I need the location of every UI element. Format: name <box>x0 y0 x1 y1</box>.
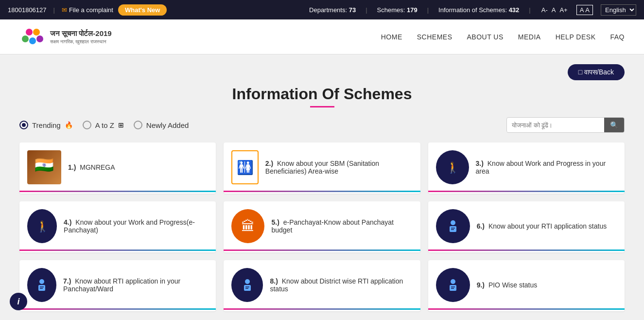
svg-point-4 <box>36 36 43 42</box>
scheme-card[interactable]: 🏛 5.) e-Panchayat-Know about Panchayat b… <box>224 201 420 252</box>
scheme-text: 1.) MGNREGA <box>68 163 115 171</box>
title-underline <box>310 106 334 107</box>
nav-item-faq[interactable]: FAQ <box>610 33 625 41</box>
scheme-card[interactable]: 🚶 4.) Know about your Work and Progress(… <box>19 201 216 252</box>
scheme-number: 3.) <box>476 160 484 167</box>
scheme-text: 7.) Know about RTI application in your P… <box>63 277 208 293</box>
scheme-card[interactable]: 🚻 2.) Know about your SBM (Sanitation Be… <box>224 142 420 194</box>
svg-point-20 <box>245 279 250 284</box>
svg-text:🚶: 🚶 <box>446 161 459 174</box>
nav-item-about-us[interactable]: ABOUT US <box>467 33 503 41</box>
scheme-title: Know about District wise RTI application… <box>270 277 403 293</box>
logo-area: जन सूचना पोर्टल-2019 सक्षम नागरिक, खुशहा… <box>19 23 112 50</box>
scheme-icon: 🚻 <box>231 150 258 184</box>
scheme-text: 9.) PIO Wise status <box>477 281 538 289</box>
scheme-number: 2.) <box>265 160 273 167</box>
font-medium[interactable]: A <box>551 6 557 14</box>
nav-links: HOMESCHEMESABOUT USMEDIAHELP DESKFAQ <box>381 33 625 41</box>
departments-stat: Departments: 73 <box>309 6 356 14</box>
stats-area: Departments: 73 | Schemes: 179 | Informa… <box>309 4 636 16</box>
font-aa-box: A A <box>576 5 593 15</box>
font-small[interactable]: A- <box>540 6 549 14</box>
atoz-icon: ⊞ <box>118 121 124 129</box>
nav-item-media[interactable]: MEDIA <box>518 33 541 41</box>
cards-grid: 🇮🇳 1.) MGNREGA 🚻 2.) Know about your SBM… <box>19 142 625 311</box>
svg-rect-11 <box>450 226 456 232</box>
scheme-text: 4.) Know about your Work and Progress(e-… <box>64 218 208 234</box>
font-size-controls: A- A A+ <box>540 6 569 14</box>
logo-icon <box>19 23 46 50</box>
scheme-text: 6.) Know about your RTI application stat… <box>477 222 607 230</box>
radio-trending[interactable] <box>19 121 28 129</box>
svg-point-10 <box>451 220 455 225</box>
scheme-number: 5.) <box>271 218 279 226</box>
scheme-title: Know about your Work and Progress(e-Panc… <box>64 218 195 234</box>
logo-text: जन सूचना पोर्टल-2019 सक्षम नागरिक, खुशहा… <box>50 29 112 45</box>
complaint-link[interactable]: ✉ File a complaint <box>62 6 113 14</box>
scheme-title: PIO Wise status <box>488 281 537 289</box>
back-button[interactable]: □ वापस/Back <box>568 64 625 80</box>
scheme-icon <box>231 268 263 302</box>
scheme-text: 3.) Know about Work and Progress in your… <box>476 160 617 175</box>
filter-trending[interactable]: Trending 🔥 <box>19 121 73 129</box>
scheme-title: Know about your RTI application status <box>488 222 607 230</box>
svg-point-25 <box>451 279 455 284</box>
scheme-number: 1.) <box>68 163 76 171</box>
nav-item-home[interactable]: HOME <box>381 33 402 41</box>
scheme-title: Know about your SBM (Sanitation Benefici… <box>265 160 379 175</box>
radio-new[interactable] <box>134 121 142 129</box>
svg-point-2 <box>22 36 29 42</box>
scheme-icon <box>27 268 56 302</box>
back-btn-row: □ वापस/Back <box>19 64 625 80</box>
font-large[interactable]: A+ <box>558 6 568 14</box>
scheme-number: 7.) <box>63 277 71 285</box>
scheme-icon: 🚶 <box>436 150 469 184</box>
mail-icon: ✉ <box>62 6 67 14</box>
scheme-title: Know about Work and Progress in your are… <box>476 160 606 175</box>
scheme-card[interactable]: 🇮🇳 1.) MGNREGA <box>19 142 216 194</box>
nav-item-help-desk[interactable]: HELP DESK <box>556 33 596 41</box>
search-button[interactable]: 🔍 <box>604 118 624 132</box>
scheme-icon <box>436 209 470 243</box>
scheme-icon <box>436 268 470 302</box>
search-box: 🔍 <box>506 117 625 133</box>
scheme-text: 5.) e-Panchayat-Know about Panchayat bud… <box>271 218 412 234</box>
main-content: □ वापस/Back Information Of Schemes Trend… <box>0 54 644 320</box>
nav-item-schemes[interactable]: SCHEMES <box>417 33 453 41</box>
scheme-text: 2.) Know about your SBM (Sanitation Bene… <box>265 160 413 175</box>
scheme-card[interactable]: 6.) Know about your RTI application stat… <box>428 201 625 252</box>
filter-row: Trending 🔥 A to Z ⊞ Newly Added 🔍 <box>19 117 625 133</box>
scheme-number: 4.) <box>64 218 71 226</box>
svg-text:🚶: 🚶 <box>35 220 49 233</box>
phone-number: 18001806127 <box>8 6 47 14</box>
svg-point-0 <box>26 29 33 36</box>
search-input[interactable] <box>507 119 604 132</box>
svg-rect-26 <box>450 285 456 291</box>
scheme-title: MGNREGA <box>80 163 115 171</box>
scheme-number: 8.) <box>270 277 278 285</box>
scheme-card[interactable]: 7.) Know about RTI application in your P… <box>19 260 216 311</box>
radio-atoz[interactable] <box>83 121 91 129</box>
scheme-card[interactable]: 8.) Know about District wise RTI applica… <box>224 260 420 311</box>
scheme-icon: 🇮🇳 <box>27 150 61 184</box>
scheme-text: 8.) Know about District wise RTI applica… <box>270 277 412 293</box>
language-select[interactable]: English हिंदी <box>601 4 636 16</box>
info-icon[interactable]: i <box>10 293 27 310</box>
scheme-number: 6.) <box>477 222 485 230</box>
scheme-card[interactable]: 🚶 3.) Know about Work and Progress in yo… <box>428 142 625 194</box>
filter-newly-added[interactable]: Newly Added <box>134 121 189 129</box>
svg-point-1 <box>33 29 40 36</box>
schemes-stat: Schemes: 179 <box>377 6 418 14</box>
scheme-card[interactable]: 9.) PIO Wise status <box>428 260 625 311</box>
page-title: Information Of Schemes <box>19 85 625 103</box>
scheme-icon: 🏛 <box>231 209 264 243</box>
svg-rect-21 <box>244 285 251 291</box>
svg-rect-16 <box>38 285 45 291</box>
scheme-title: e-Panchayat-Know about Panchayat budget <box>271 218 394 234</box>
nav-bar: जन सूचना पोर्टल-2019 सक्षम नागरिक, खुशहा… <box>0 19 644 54</box>
svg-point-3 <box>29 37 36 44</box>
scheme-title: Know about RTI application in your Panch… <box>63 277 180 293</box>
filter-atoz[interactable]: A to Z ⊞ <box>83 121 124 129</box>
whats-new-button[interactable]: What's New <box>118 4 167 16</box>
info-schemes-stat: Information of Schemes: 432 <box>438 6 519 14</box>
